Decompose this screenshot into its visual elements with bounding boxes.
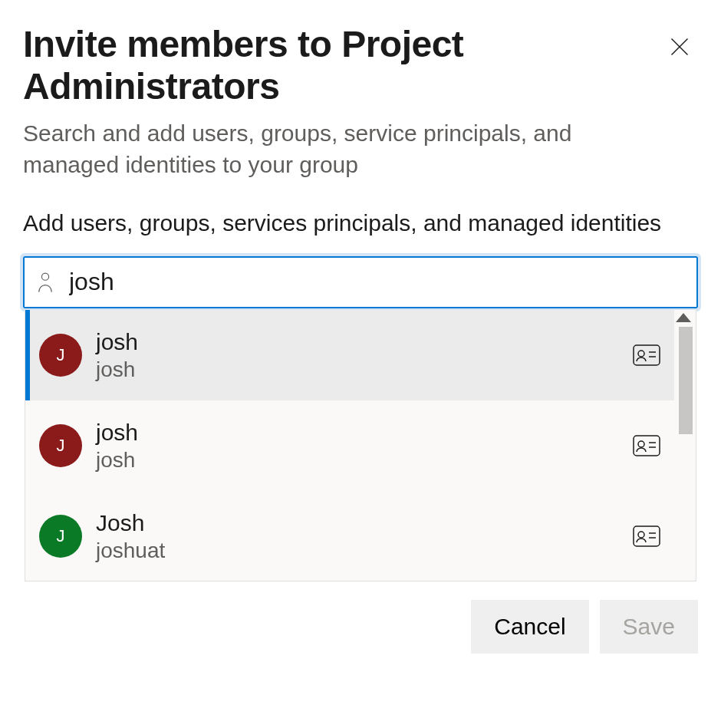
suggestion-item[interactable]: JJoshjoshuat <box>25 491 674 581</box>
suggestion-item[interactable]: Jjoshjosh <box>25 310 674 400</box>
suggestion-item[interactable]: Jjoshjosh <box>25 400 674 491</box>
svg-point-12 <box>638 532 644 538</box>
suggestion-name: Josh <box>96 509 633 538</box>
scrollbar-thumb[interactable] <box>679 327 693 434</box>
person-icon <box>34 271 57 294</box>
avatar: J <box>39 515 82 558</box>
avatar: J <box>39 424 82 467</box>
suggestion-alias: joshuat <box>96 537 633 564</box>
avatar: J <box>39 334 82 377</box>
cancel-button[interactable]: Cancel <box>471 600 588 654</box>
close-button[interactable] <box>661 29 698 66</box>
close-icon <box>669 36 690 60</box>
suggestion-name: josh <box>96 418 633 447</box>
dialog-subtitle: Search and add users, groups, service pr… <box>23 118 606 180</box>
suggestions-dropdown: JjoshjoshJjoshjoshJJoshjoshuat <box>25 310 696 581</box>
contact-card-icon[interactable] <box>633 525 660 547</box>
suggestion-alias: josh <box>96 356 633 383</box>
people-picker-input[interactable] <box>67 258 687 307</box>
dialog-title: Invite members to Project Administrators <box>23 23 606 107</box>
svg-point-8 <box>638 441 644 447</box>
contact-card-icon[interactable] <box>633 344 660 366</box>
svg-point-4 <box>638 351 644 357</box>
svg-rect-3 <box>634 345 660 365</box>
svg-rect-11 <box>634 526 660 546</box>
scroll-up-icon[interactable] <box>676 313 691 322</box>
suggestion-name: josh <box>96 328 633 357</box>
suggestion-alias: josh <box>96 446 633 473</box>
svg-rect-7 <box>634 436 660 456</box>
contact-card-icon[interactable] <box>633 435 660 456</box>
picker-label: Add users, groups, services principals, … <box>23 208 698 239</box>
people-picker-input-wrap[interactable] <box>23 256 698 308</box>
save-button[interactable]: Save <box>600 600 698 654</box>
svg-point-2 <box>41 273 48 280</box>
